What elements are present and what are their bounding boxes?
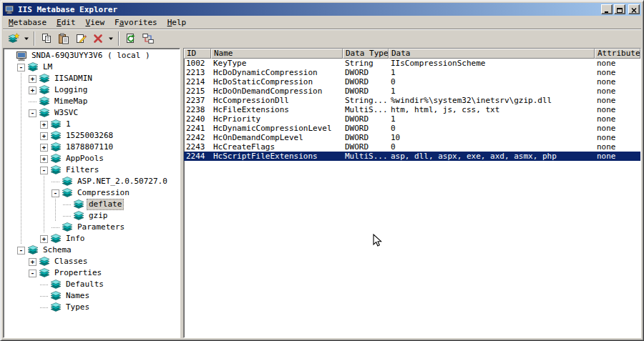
tree-expand-toggle[interactable]: + <box>40 132 48 140</box>
refresh-button[interactable] <box>122 31 139 46</box>
tree-indent <box>27 119 39 130</box>
tree-item-lm[interactable]: -LM <box>4 61 180 73</box>
tree-item-label[interactable]: 1878807110 <box>64 142 115 153</box>
tree-item-label[interactable]: deflate <box>87 199 124 210</box>
tree-item-label[interactable]: Schema <box>41 244 74 256</box>
tree-item-compression[interactable]: -Compression <box>4 187 180 199</box>
tree-item-properties[interactable]: -Properties <box>4 267 180 279</box>
table-row-2238[interactable]: 2238HcFileExtensionsMultiS...htm, html, … <box>184 105 640 114</box>
tree-item-iisadmin[interactable]: +IISADMIN <box>4 73 180 84</box>
close-button[interactable] <box>628 4 640 14</box>
tree-item-apppools[interactable]: +AppPools <box>4 153 180 164</box>
column-header-name[interactable]: Name <box>211 49 343 59</box>
tree-item-schema[interactable]: -Schema <box>4 244 180 256</box>
tree-item-label[interactable]: 1 <box>64 119 73 130</box>
menu-item-view[interactable]: View <box>81 17 110 28</box>
tree-item-snda-69q3uyy3v6-local[interactable]: SNDA-69Q3UYY3V6 ( local ) <box>4 50 180 61</box>
table-row-1002[interactable]: 1002KeyTypeStringIIsCompressionSchemenon… <box>184 59 640 68</box>
tree-indent <box>27 302 39 313</box>
tree-item-label[interactable]: Properties <box>52 267 104 279</box>
tree-item-label[interactable]: Classes <box>52 256 89 267</box>
minimize-button[interactable] <box>601 4 613 14</box>
tree-item-info[interactable]: +Info <box>4 233 180 244</box>
table-row-2242[interactable]: 2242HcOnDemandCompLevelDWORD10none <box>184 133 640 142</box>
column-header-data-type[interactable]: Data Type <box>343 49 389 59</box>
tree-item-asp-net-2-0-50727-0[interactable]: ASP.NET_2.0.50727.0 <box>4 176 180 187</box>
column-header-id[interactable]: ID <box>184 49 211 59</box>
tree-item-label[interactable]: LM <box>41 61 54 73</box>
table-row-2215[interactable]: 2215HcDoOnDemandCompressionDWORD1none <box>184 87 640 96</box>
list-body[interactable]: 1002KeyTypeStringIIsCompressionSchemenon… <box>184 59 640 337</box>
tree-collapse-toggle[interactable]: - <box>40 167 48 174</box>
delete-button[interactable] <box>89 31 106 46</box>
tree-item-gzip[interactable]: gzip <box>4 210 180 222</box>
tree-item-logging[interactable]: +Logging <box>4 84 180 96</box>
tree-expand-toggle[interactable]: + <box>29 87 36 94</box>
maximize-button[interactable] <box>614 4 625 14</box>
tree-item-label[interactable]: gzip <box>87 210 110 222</box>
tree-expand-toggle[interactable]: + <box>29 75 36 83</box>
tree-item-1[interactable]: +1 <box>4 119 180 130</box>
delete-dropdown[interactable] <box>107 31 115 46</box>
tree-item-defaults[interactable]: Defaults <box>4 279 180 290</box>
copy-button[interactable] <box>38 31 54 46</box>
tree-item-label[interactable]: Parameters <box>75 222 127 233</box>
tree-item-label[interactable]: W3SVC <box>52 107 80 119</box>
table-row-2213[interactable]: 2213HcDoDynamicCompressionDWORD1none <box>184 68 640 77</box>
tree-item-label[interactable]: 1525003268 <box>64 130 115 142</box>
table-row-2244[interactable]: 2244HcScriptFileExtensionsMultiS...asp, … <box>184 152 640 161</box>
paste-button[interactable] <box>55 31 72 46</box>
table-row-2241[interactable]: 2241HcDynamicCompressionLevelDWORD0none <box>184 124 640 133</box>
menu-item-help[interactable]: Help <box>162 17 192 28</box>
tree-item-label[interactable]: Logging <box>52 84 89 96</box>
tree-item-classes[interactable]: +Classes <box>4 256 180 267</box>
column-header-attributes[interactable]: Attributes <box>595 49 640 59</box>
tree-expand-toggle[interactable]: + <box>29 258 36 266</box>
new-key-dropdown[interactable] <box>22 31 31 46</box>
rename-button[interactable] <box>72 31 89 46</box>
menu-item-edit[interactable]: Edit <box>52 17 81 28</box>
tree-item-label[interactable]: Filters <box>64 164 101 176</box>
tree-item-w3svc[interactable]: -W3SVC <box>4 107 180 119</box>
tree-collapse-toggle[interactable]: - <box>17 64 25 71</box>
tree-item-deflate[interactable]: deflate <box>4 199 180 210</box>
tree-item-filters[interactable]: -Filters <box>4 164 180 176</box>
tree-expand-toggle[interactable]: + <box>40 235 48 243</box>
tree-item-1878807110[interactable]: +1878807110 <box>4 142 180 153</box>
tree-item-label[interactable]: IISADMIN <box>52 73 94 84</box>
metabase-tree[interactable]: SNDA-69Q3UYY3V6 ( local )-LM+IISADMIN+Lo… <box>3 48 180 338</box>
tree-item-mimemap[interactable]: MimeMap <box>4 96 180 107</box>
table-row-2243[interactable]: 2243HcCreateFlagsDWORD0none <box>184 142 640 152</box>
tree-collapse-toggle[interactable]: - <box>29 270 36 277</box>
tree-expand-toggle[interactable]: + <box>40 144 48 152</box>
tree-item-label[interactable]: Types <box>64 302 92 313</box>
tree-collapse-toggle[interactable]: - <box>17 247 25 254</box>
connect-button[interactable] <box>140 31 156 46</box>
cell-name: HcScriptFileExtensions <box>211 152 343 161</box>
title-bar[interactable]: IIS Metabase Explorer <box>3 3 641 16</box>
tree-item-names[interactable]: Names <box>4 290 180 302</box>
tree-item-label[interactable]: Names <box>64 290 92 302</box>
tree-item-1525003268[interactable]: +1525003268 <box>4 130 180 142</box>
tree-indent <box>27 153 39 164</box>
tree-expand-toggle[interactable]: + <box>40 121 48 129</box>
tree-item-label[interactable]: SNDA-69Q3UYY3V6 ( local ) <box>29 50 152 61</box>
tree-collapse-toggle[interactable]: - <box>52 189 59 197</box>
tree-item-label[interactable]: Defaults <box>64 279 106 290</box>
tree-item-label[interactable]: Info <box>64 233 87 244</box>
tree-item-label[interactable]: AppPools <box>64 153 106 164</box>
table-row-2240[interactable]: 2240HcPriorityDWORD1none <box>184 114 640 124</box>
tree-expand-toggle[interactable]: + <box>40 155 48 163</box>
tree-collapse-toggle[interactable]: - <box>29 109 36 117</box>
tree-item-label[interactable]: ASP.NET_2.0.50727.0 <box>75 176 170 187</box>
menu-item-favorites[interactable]: Favorites <box>109 17 162 28</box>
table-row-2237[interactable]: 2237HcCompressionDllString...%windir%\sy… <box>184 96 640 105</box>
column-header-data[interactable]: Data <box>389 49 595 59</box>
tree-item-label[interactable]: Compression <box>75 187 132 199</box>
tree-item-parameters[interactable]: Parameters <box>4 222 180 233</box>
tree-item-label[interactable]: MimeMap <box>52 96 89 107</box>
tree-item-types[interactable]: Types <box>4 302 180 313</box>
new-key-button[interactable] <box>5 31 21 46</box>
table-row-2214[interactable]: 2214HcDoStaticCompressionDWORD0none <box>184 77 640 87</box>
menu-item-metabase[interactable]: Metabase <box>4 17 52 28</box>
